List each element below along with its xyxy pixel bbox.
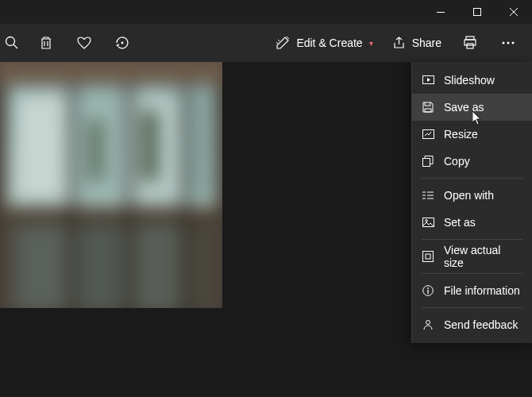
svg-point-2 — [6, 37, 15, 46]
context-menu: Slideshow Save as Resize Copy Open with … — [411, 62, 532, 343]
svg-rect-6 — [467, 44, 473, 48]
svg-point-8 — [507, 42, 510, 44]
rotate-button[interactable] — [103, 24, 141, 62]
favorite-button[interactable] — [65, 24, 103, 62]
svg-rect-11 — [0, 62, 222, 85]
menu-item-view-actual-size[interactable]: View actual size — [412, 243, 532, 270]
svg-point-3 — [121, 42, 124, 44]
titlebar — [0, 0, 532, 24]
open-with-icon — [422, 189, 434, 202]
menu-item-open-with[interactable]: Open with — [412, 182, 532, 209]
minimize-button[interactable] — [422, 0, 459, 24]
svg-point-36 — [426, 321, 430, 325]
svg-rect-24 — [69, 85, 75, 309]
menu-item-save-as[interactable]: Save as — [412, 94, 532, 121]
svg-rect-21 — [15, 225, 67, 309]
trash-icon — [40, 36, 52, 50]
svg-rect-23 — [133, 225, 182, 309]
menu-separator — [422, 273, 522, 274]
share-button[interactable]: Share — [383, 24, 451, 62]
rotate-icon — [114, 35, 130, 51]
copy-icon — [422, 155, 434, 168]
toolbar: Edit & Create ▾ Share — [0, 24, 532, 62]
set-as-icon — [422, 216, 434, 229]
share-label: Share — [412, 37, 441, 49]
actual-size-icon — [422, 250, 434, 263]
menu-separator — [422, 178, 522, 179]
svg-rect-26 — [183, 85, 188, 309]
svg-rect-13 — [15, 94, 67, 198]
svg-rect-1 — [474, 9, 481, 16]
menu-item-label: Set as — [444, 216, 476, 229]
svg-rect-16 — [186, 94, 212, 198]
edit-icon — [276, 36, 290, 50]
delete-button[interactable] — [27, 24, 65, 62]
save-icon — [422, 101, 434, 114]
svg-rect-25 — [127, 85, 133, 309]
menu-item-label: Resize — [444, 128, 478, 141]
svg-rect-18 — [142, 111, 158, 181]
chevron-down-icon: ▾ — [369, 39, 373, 48]
feedback-icon — [422, 318, 434, 331]
menu-separator — [422, 307, 522, 308]
svg-rect-5 — [465, 40, 476, 45]
heart-icon — [77, 37, 91, 49]
menu-item-label: Open with — [444, 189, 494, 202]
menu-item-resize[interactable]: Resize — [412, 121, 532, 148]
print-icon — [463, 36, 477, 50]
menu-separator — [422, 239, 522, 240]
svg-point-35 — [427, 287, 429, 289]
svg-rect-17 — [90, 120, 103, 181]
menu-item-label: View actual size — [444, 244, 522, 269]
resize-icon — [422, 128, 434, 141]
svg-rect-33 — [426, 254, 430, 259]
search-icon — [5, 36, 19, 50]
menu-item-copy[interactable]: Copy — [412, 148, 532, 175]
svg-rect-29 — [423, 159, 430, 167]
photo-viewport[interactable] — [0, 62, 222, 308]
menu-item-label: Save as — [444, 101, 484, 114]
more-icon — [502, 41, 515, 44]
print-button[interactable] — [451, 24, 489, 62]
menu-item-set-as[interactable]: Set as — [412, 209, 532, 236]
zoom-button[interactable] — [5, 24, 27, 62]
menu-item-label: Slideshow — [444, 74, 495, 87]
svg-point-31 — [425, 220, 427, 222]
menu-item-label: Copy — [444, 155, 470, 168]
close-button[interactable] — [495, 0, 532, 24]
menu-item-send-feedback[interactable]: Send feedback — [412, 311, 532, 338]
edit-create-label: Edit & Create — [296, 37, 362, 49]
menu-item-file-information[interactable]: File information — [412, 277, 532, 304]
svg-rect-22 — [76, 225, 125, 309]
svg-point-7 — [503, 42, 505, 44]
svg-rect-32 — [423, 252, 434, 262]
maximize-button[interactable] — [459, 0, 495, 24]
photo-image — [0, 62, 222, 308]
menu-item-label: Send feedback — [444, 318, 518, 331]
more-button[interactable] — [489, 24, 527, 62]
menu-item-slideshow[interactable]: Slideshow — [412, 67, 532, 94]
info-icon — [422, 284, 434, 297]
slideshow-icon — [422, 74, 434, 87]
menu-item-label: File information — [444, 284, 520, 297]
svg-rect-0 — [437, 12, 445, 13]
edit-create-button[interactable]: Edit & Create ▾ — [266, 24, 382, 62]
svg-point-9 — [512, 42, 515, 44]
share-icon — [392, 37, 406, 50]
